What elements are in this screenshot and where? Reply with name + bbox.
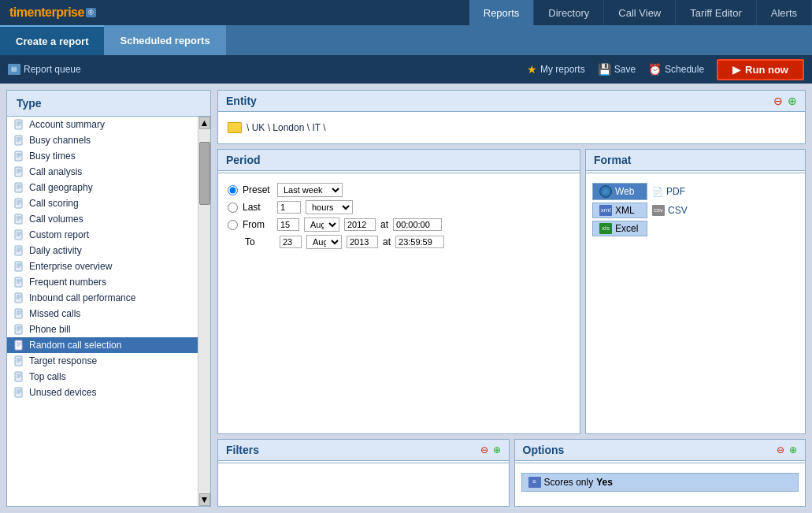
type-header: Type bbox=[7, 91, 210, 117]
excel-format-btn[interactable]: xls Excel bbox=[592, 221, 647, 236]
options-title: Options bbox=[523, 444, 773, 456]
svg-rect-20 bbox=[15, 199, 22, 208]
sub-tab-create[interactable]: Create a report bbox=[0, 25, 104, 55]
nav-tab-tariff[interactable]: Tariff Editor bbox=[676, 0, 757, 25]
options-remove-icon[interactable]: ⊖ bbox=[777, 444, 784, 455]
filters-remove-icon[interactable]: ⊖ bbox=[480, 444, 488, 455]
list-item-label: Daily activity bbox=[29, 245, 82, 256]
list-item-label: Call volumes bbox=[29, 214, 83, 225]
options-add-icon[interactable]: ⊕ bbox=[789, 444, 797, 455]
doc-icon bbox=[13, 135, 24, 146]
filters-content bbox=[218, 467, 509, 506]
list-item[interactable]: Missed calls bbox=[7, 306, 198, 322]
schedule-button[interactable]: ⏰ Schedule bbox=[648, 63, 704, 76]
report-queue-button[interactable]: ▤ Report queue bbox=[8, 64, 81, 75]
scroll-thumb[interactable] bbox=[199, 142, 210, 205]
to-year-input[interactable] bbox=[347, 236, 378, 248]
from-month-select[interactable]: Aug bbox=[304, 217, 339, 232]
last-radio[interactable] bbox=[228, 203, 238, 213]
toolbar: ▤ Report queue ★ My reports 💾 Save ⏰ Sch… bbox=[0, 55, 812, 84]
from-time-input[interactable] bbox=[393, 218, 442, 231]
report-queue-icon: ▤ bbox=[8, 64, 20, 75]
list-item[interactable]: Frequent numbers bbox=[7, 274, 198, 290]
type-list-container: Account summary Busy channels Busy times… bbox=[7, 117, 210, 506]
filters-add-icon[interactable]: ⊕ bbox=[493, 444, 501, 455]
scroll-up[interactable]: ▲ bbox=[199, 117, 210, 129]
run-now-button[interactable]: ▶ Run now bbox=[717, 59, 804, 80]
list-item-label: Random call selection bbox=[29, 340, 121, 351]
type-list: Account summary Busy channels Busy times… bbox=[7, 117, 198, 506]
last-value-input[interactable] bbox=[277, 201, 301, 214]
list-item[interactable]: Enterprise overview bbox=[7, 258, 198, 274]
nav-tab-reports[interactable]: Reports bbox=[469, 0, 535, 25]
list-item[interactable]: Daily activity bbox=[7, 243, 198, 258]
list-item[interactable]: Busy channels bbox=[7, 132, 198, 148]
save-button[interactable]: 💾 Save bbox=[598, 63, 636, 76]
list-item-label: Call geography bbox=[29, 182, 93, 193]
nav-tabs: Reports Directory Call View Tariff Edito… bbox=[469, 0, 812, 25]
my-reports-button[interactable]: ★ My reports bbox=[527, 63, 585, 76]
from-year-input[interactable] bbox=[344, 218, 376, 231]
entity-path: \ UK \ London \ IT \ bbox=[247, 122, 326, 133]
list-item[interactable]: Busy times bbox=[7, 148, 198, 164]
list-item[interactable]: Call scoring bbox=[7, 195, 198, 211]
main-content: Type Account summary Busy channels Busy … bbox=[0, 84, 812, 513]
list-item[interactable]: Call analysis bbox=[7, 164, 198, 180]
list-item-label: Enterprise overview bbox=[29, 261, 112, 272]
nav-tab-directory[interactable]: Directory bbox=[534, 0, 604, 25]
preset-radio[interactable] bbox=[228, 185, 238, 195]
period-last-row: Last hours days weeks bbox=[228, 200, 570, 214]
list-item[interactable]: Call volumes bbox=[7, 211, 198, 227]
svg-rect-32 bbox=[15, 246, 22, 255]
last-unit-select[interactable]: hours days weeks bbox=[306, 200, 353, 214]
format-row-3: xls Excel bbox=[592, 221, 799, 236]
scroll-down[interactable]: ▼ bbox=[199, 493, 210, 506]
web-format-btn[interactable]: Web bbox=[592, 183, 647, 200]
list-item[interactable]: Top calls bbox=[7, 369, 198, 385]
doc-icon bbox=[13, 277, 24, 288]
list-item[interactable]: Inbound call performance bbox=[7, 290, 198, 306]
svg-rect-60 bbox=[15, 356, 22, 366]
doc-icon bbox=[13, 261, 24, 272]
list-item-label: Busy channels bbox=[29, 135, 91, 146]
doc-icon bbox=[13, 371, 24, 382]
sub-tab-scheduled[interactable]: Scheduled reports bbox=[104, 25, 225, 55]
format-title: Format bbox=[594, 154, 797, 166]
from-day-input[interactable] bbox=[277, 218, 299, 231]
to-time-input[interactable] bbox=[395, 236, 444, 248]
list-item[interactable]: Call geography bbox=[7, 180, 198, 195]
globe-icon bbox=[599, 185, 612, 198]
list-item[interactable]: Phone bill bbox=[7, 322, 198, 337]
svg-rect-16 bbox=[15, 183, 22, 192]
list-item-label: Top calls bbox=[29, 371, 66, 382]
options-row-scores[interactable]: ≡ Scores only Yes bbox=[521, 473, 799, 492]
scores-icon: ≡ bbox=[528, 477, 541, 488]
format-header: Format bbox=[586, 150, 805, 171]
to-day-input[interactable] bbox=[280, 236, 302, 248]
my-reports-label: My reports bbox=[540, 64, 585, 75]
format-row-2: xml XML csv CSV bbox=[592, 203, 799, 218]
scrollbar[interactable]: ▲ ▼ bbox=[198, 117, 210, 506]
nav-tab-alerts[interactable]: Alerts bbox=[757, 0, 812, 25]
doc-icon bbox=[13, 166, 24, 177]
run-now-label: Run now bbox=[745, 64, 788, 76]
to-month-select[interactable]: Aug bbox=[306, 235, 342, 249]
entity-add-icon[interactable]: ⊕ bbox=[788, 95, 797, 107]
entity-remove-icon[interactable]: ⊖ bbox=[773, 95, 783, 107]
nav-tab-callview[interactable]: Call View bbox=[604, 0, 676, 25]
pdf-format-link[interactable]: 📄 PDF bbox=[652, 186, 685, 197]
list-item[interactable]: Random call selection bbox=[7, 337, 198, 353]
format-row-1: Web 📄 PDF bbox=[592, 183, 799, 200]
period-to-row: To Aug at bbox=[228, 235, 570, 249]
period-title: Period bbox=[226, 154, 572, 166]
list-item[interactable]: Unused devices bbox=[7, 385, 198, 400]
from-radio[interactable] bbox=[228, 220, 238, 230]
list-item[interactable]: Target response bbox=[7, 353, 198, 369]
csv-format-link[interactable]: csv CSV bbox=[652, 205, 688, 216]
xml-format-btn[interactable]: xml XML bbox=[592, 203, 647, 218]
clock-icon: ⏰ bbox=[648, 63, 662, 76]
list-item[interactable]: Account summary bbox=[7, 117, 198, 132]
run-icon: ▶ bbox=[732, 64, 740, 76]
list-item[interactable]: Custom report bbox=[7, 227, 198, 243]
preset-select[interactable]: Last week This week Yesterday Today Last… bbox=[277, 183, 343, 197]
